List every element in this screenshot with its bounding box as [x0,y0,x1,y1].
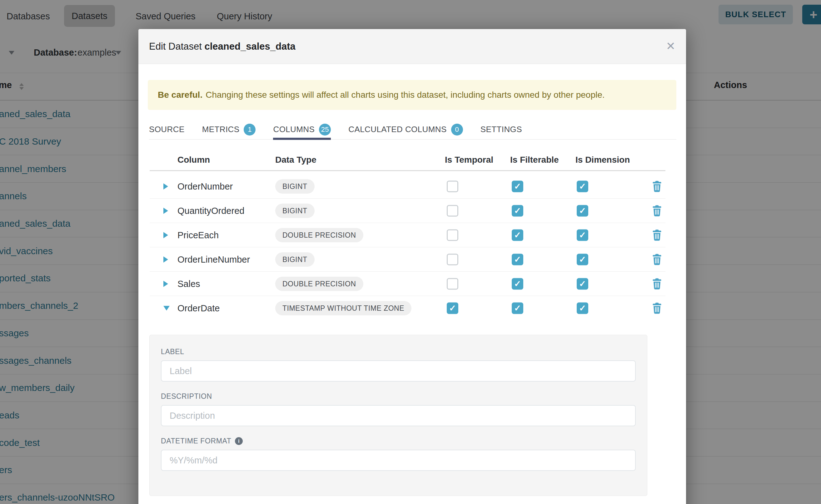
table-row: QuantityOrdered BIGINT ✓ ✓ ✓ [138,199,686,223]
column-header: Column [177,155,210,165]
expand-caret-icon[interactable] [163,281,168,287]
is-filterable-checkbox[interactable]: ✓ [512,230,523,241]
table-row: Sales DOUBLE PRECISION ✓ ✓ ✓ [138,272,686,296]
is-filterable-checkbox[interactable]: ✓ [512,278,523,290]
check-icon: ✓ [579,255,586,264]
modal-title-dataset-name: cleaned_sales_data [205,41,295,52]
is-temporal-checkbox[interactable]: ✓ [447,254,458,265]
is-dimension-checkbox[interactable]: ✓ [577,254,588,265]
table-row: OrderNumber BIGINT ✓ ✓ ✓ [138,174,686,199]
trash-icon[interactable] [652,254,662,265]
is-temporal-checkbox[interactable]: ✓ [447,303,458,314]
modal-title-prefix: Edit Dataset [149,41,202,52]
is-dimension-checkbox[interactable]: ✓ [577,181,588,192]
warning-text: Changing these settings will affect all … [205,90,605,100]
is-dimension-header: Is Dimension [576,155,630,165]
trash-icon[interactable] [652,302,662,314]
tab-source[interactable]: SOURCE [149,120,185,140]
is-dimension-checkbox[interactable]: ✓ [577,205,588,217]
check-icon: ✓ [514,304,521,313]
column-detail-panel: LABEL DESCRIPTION DATETIME FORMAT i [149,335,647,496]
check-icon: ✓ [514,182,521,191]
table-row: OrderLineNumber BIGINT ✓ ✓ ✓ [138,247,686,272]
tab-calculated-columns[interactable]: CALCULATED COLUMNS0 [348,120,463,140]
is-temporal-checkbox[interactable]: ✓ [447,278,458,290]
warning-banner: Be careful.Changing these settings will … [148,80,676,110]
datetime-format-heading: DATETIME FORMAT i [161,437,636,445]
description-input[interactable] [161,405,636,426]
collapse-caret-icon[interactable] [163,306,170,311]
check-icon: ✓ [514,231,521,240]
description-field-heading: DESCRIPTION [161,392,636,401]
is-filterable-checkbox[interactable]: ✓ [512,254,523,265]
expand-caret-icon[interactable] [163,183,168,190]
data-type-pill: DOUBLE PRECISION [275,277,363,291]
info-icon[interactable]: i [235,437,243,445]
data-type-pill: TIMESTAMP WITHOUT TIME ZONE [275,301,412,315]
data-type-header: Data Type [275,155,316,165]
tab-label: COLUMNS [273,125,314,134]
table-row: PriceEach DOUBLE PRECISION ✓ ✓ ✓ [138,223,686,247]
check-icon: ✓ [579,231,586,240]
is-filterable-checkbox[interactable]: ✓ [512,303,523,314]
check-icon: ✓ [579,304,586,313]
data-type-pill: BIGINT [275,252,314,267]
is-temporal-header: Is Temporal [445,155,493,165]
tab-columns[interactable]: COLUMNS25 [273,120,331,140]
expand-caret-icon[interactable] [163,208,168,214]
data-type-pill: DOUBLE PRECISION [275,228,363,242]
tab-label: METRICS [202,125,240,134]
data-type-pill: BIGINT [275,204,314,218]
label-input[interactable] [161,360,636,382]
check-icon: ✓ [514,255,521,264]
check-icon: ✓ [579,207,586,215]
modal-header: Edit Dataset cleaned_sales_data ✕ [138,29,686,64]
tab-metrics[interactable]: METRICS1 [202,120,256,140]
modal-tabs: SOURCE METRICS1 COLUMNS25 CALCULATED COL… [149,120,676,140]
close-icon[interactable]: ✕ [666,40,675,53]
is-temporal-checkbox[interactable]: ✓ [447,181,458,192]
metrics-count-badge: 1 [244,124,255,136]
table-header-divider [150,170,665,171]
is-filterable-header: Is Filterable [510,155,559,165]
tab-label: SETTINGS [481,125,522,134]
tab-label: CALCULATED COLUMNS [348,125,447,134]
is-filterable-checkbox[interactable]: ✓ [512,205,523,217]
column-name: PriceEach [177,230,219,240]
columns-table-rows: OrderNumber BIGINT ✓ ✓ ✓ QuantityOrdered… [138,174,686,320]
is-dimension-checkbox[interactable]: ✓ [577,230,588,241]
check-icon: ✓ [579,182,586,191]
column-name: OrderNumber [177,181,233,192]
datetime-format-input[interactable] [161,450,636,471]
tab-label: SOURCE [149,125,185,134]
tab-settings[interactable]: SETTINGS [481,120,522,140]
check-icon: ✓ [449,304,456,313]
column-name: OrderLineNumber [177,254,250,265]
column-name: OrderDate [177,303,220,314]
column-name: QuantityOrdered [177,206,244,216]
trash-icon[interactable] [652,180,662,192]
calculated-columns-count-badge: 0 [451,124,463,136]
warning-bold-text: Be careful. [158,90,202,100]
data-type-pill: BIGINT [275,179,314,194]
is-temporal-checkbox[interactable]: ✓ [447,230,458,241]
table-row-expanded: OrderDate TIMESTAMP WITHOUT TIME ZONE ✓ … [138,296,686,320]
edit-dataset-modal: Edit Dataset cleaned_sales_data ✕ Be car… [138,29,686,504]
is-temporal-checkbox[interactable]: ✓ [447,205,458,217]
is-dimension-checkbox[interactable]: ✓ [577,303,588,314]
label-field-heading: LABEL [161,348,636,356]
expand-caret-icon[interactable] [163,232,168,238]
modal-title: Edit Dataset cleaned_sales_data [149,41,295,52]
column-name: Sales [177,279,200,289]
trash-icon[interactable] [652,205,662,217]
check-icon: ✓ [514,280,521,288]
columns-count-badge: 25 [319,124,331,136]
check-icon: ✓ [579,280,586,288]
check-icon: ✓ [514,207,521,215]
trash-icon[interactable] [652,229,662,241]
columns-table-header: Column Data Type Is Temporal Is Filterab… [138,152,686,170]
expand-caret-icon[interactable] [163,256,168,263]
is-dimension-checkbox[interactable]: ✓ [577,278,588,290]
is-filterable-checkbox[interactable]: ✓ [512,181,523,192]
trash-icon[interactable] [652,278,662,290]
